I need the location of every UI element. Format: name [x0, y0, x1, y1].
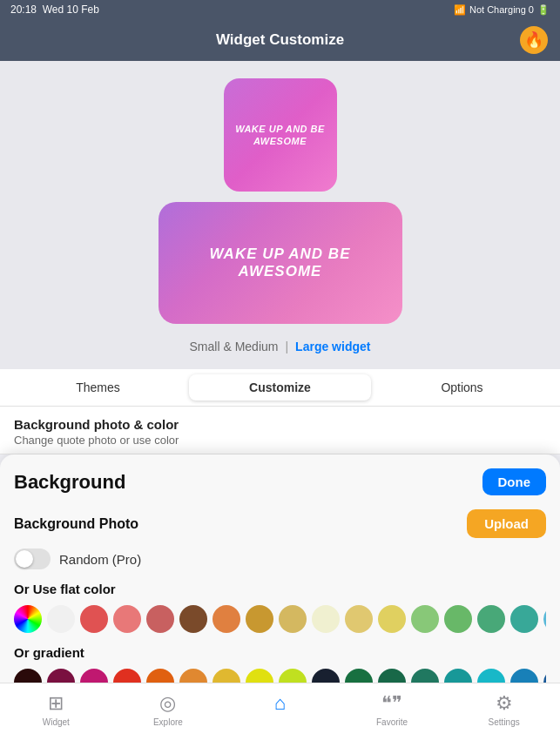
flat-color-swatch[interactable]: [345, 605, 373, 633]
flat-color-swatch[interactable]: [444, 605, 472, 633]
nav-home[interactable]: ⌂: [253, 692, 306, 717]
preview-area: WAKE UP AND BE AWESOME WAKE UP AND BE AW…: [0, 61, 560, 369]
flat-color-swatch[interactable]: [411, 605, 439, 633]
page-title: Widget Customize: [216, 31, 344, 49]
flat-color-swatch[interactable]: [80, 605, 108, 633]
flat-color-swatch[interactable]: [246, 605, 273, 633]
sheet-title: Background: [14, 471, 125, 494]
flat-color-swatch[interactable]: [279, 605, 307, 633]
size-selector: Small & Medium | Large widget: [190, 334, 371, 360]
flat-color-row: [14, 605, 546, 633]
settings-section: Background photo & color Change quote ph…: [0, 407, 560, 454]
explore-icon: ◎: [159, 692, 176, 715]
flat-color-swatch[interactable]: [510, 605, 538, 633]
nav-widget-label: Widget: [43, 717, 70, 727]
widget-medium-text: WAKE UP AND BE AWESOME: [172, 246, 388, 280]
status-bar: 20:18 Wed 10 Feb 📶 Not Charging 0 🔋: [0, 0, 560, 19]
settings-subtitle: Change quote photo or use color: [14, 434, 546, 447]
settings-icon: ⚙: [496, 692, 513, 715]
battery-icon: 🔋: [537, 4, 550, 16]
status-right: 📶 Not Charging 0 🔋: [454, 4, 550, 16]
segment-tabs: Themes Customize Options: [0, 369, 560, 407]
bg-photo-label: Background Photo: [14, 516, 138, 532]
flat-color-swatch[interactable]: [312, 605, 340, 633]
nav-icon-button[interactable]: 🔥: [520, 26, 548, 54]
settings-title: Background photo & color: [14, 417, 546, 432]
size-large-label[interactable]: Large widget: [295, 340, 370, 353]
flat-color-swatch[interactable]: [113, 605, 141, 633]
widget-small-preview[interactable]: WAKE UP AND BE AWESOME: [224, 78, 337, 192]
upload-button[interactable]: Upload: [467, 509, 546, 538]
flat-color-swatch[interactable]: [47, 605, 75, 633]
flat-color-swatch[interactable]: [146, 605, 174, 633]
nav-widget[interactable]: ⊞ Widget: [30, 692, 82, 727]
sheet-header: Background Done: [14, 468, 546, 495]
flat-color-swatch[interactable]: [477, 605, 505, 633]
nav-explore-label: Explore: [153, 717, 183, 727]
wifi-icon: 📶: [454, 4, 466, 16]
widget-icon: ⊞: [48, 692, 64, 715]
widget-small-text: WAKE UP AND BE AWESOME: [234, 123, 327, 148]
nav-favorite-label: Favorite: [376, 717, 408, 727]
bg-photo-row: Background Photo Upload: [14, 509, 546, 538]
nav-settings-label: Settings: [489, 717, 520, 727]
flat-color-swatch[interactable]: [543, 605, 546, 633]
flat-color-swatch[interactable]: [378, 605, 406, 633]
toggle-label: Random (Pro): [59, 552, 141, 567]
toggle-thumb: [16, 550, 33, 568]
size-divider: |: [285, 340, 288, 353]
widget-medium-preview[interactable]: WAKE UP AND BE AWESOME: [159, 202, 402, 324]
nav-favorite[interactable]: ❝❞ Favorite: [366, 692, 418, 727]
battery-text: Not Charging 0: [469, 4, 534, 15]
nav-header: Widget Customize 🔥: [0, 19, 560, 61]
flat-color-title: Or Use flat color: [14, 582, 546, 596]
bottom-nav: ⊞ Widget ◎ Explore ⌂ ❝❞ Favorite ⚙ Setti…: [0, 683, 560, 747]
nav-settings[interactable]: ⚙ Settings: [478, 692, 530, 727]
favorite-icon: ❝❞: [381, 692, 402, 715]
random-toggle[interactable]: [14, 548, 51, 569]
nav-explore[interactable]: ◎ Explore: [142, 692, 194, 727]
tab-themes[interactable]: Themes: [7, 374, 189, 400]
flat-color-swatch[interactable]: [179, 605, 207, 633]
done-button[interactable]: Done: [482, 468, 547, 495]
flat-color-swatch[interactable]: [213, 605, 240, 633]
tab-customize[interactable]: Customize: [189, 374, 371, 400]
flat-color-section: Or Use flat color: [14, 582, 546, 633]
status-time: 20:18 Wed 10 Feb: [10, 3, 99, 16]
tab-options[interactable]: Options: [371, 374, 553, 400]
size-small-label[interactable]: Small & Medium: [190, 340, 279, 353]
gradient-title: Or gradient: [14, 645, 546, 660]
home-icon: ⌂: [274, 692, 286, 715]
color-picker-swatch[interactable]: [14, 605, 42, 633]
toggle-row: Random (Pro): [14, 548, 546, 569]
